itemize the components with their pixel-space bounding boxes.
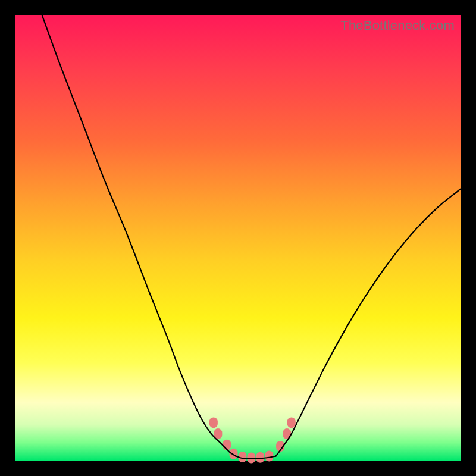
highlight-marker	[256, 452, 264, 463]
plot-area: TheBottleneck.com	[15, 15, 461, 461]
chart-frame: TheBottleneck.com	[0, 0, 476, 476]
highlight-marker	[287, 417, 296, 428]
markers-group	[209, 417, 296, 463]
highlight-marker	[209, 417, 218, 428]
chart-svg	[15, 15, 461, 461]
curve-left-branch	[42, 15, 236, 456]
highlight-marker	[265, 451, 273, 462]
curve-right-branch	[276, 189, 461, 456]
highlight-marker	[230, 449, 238, 459]
